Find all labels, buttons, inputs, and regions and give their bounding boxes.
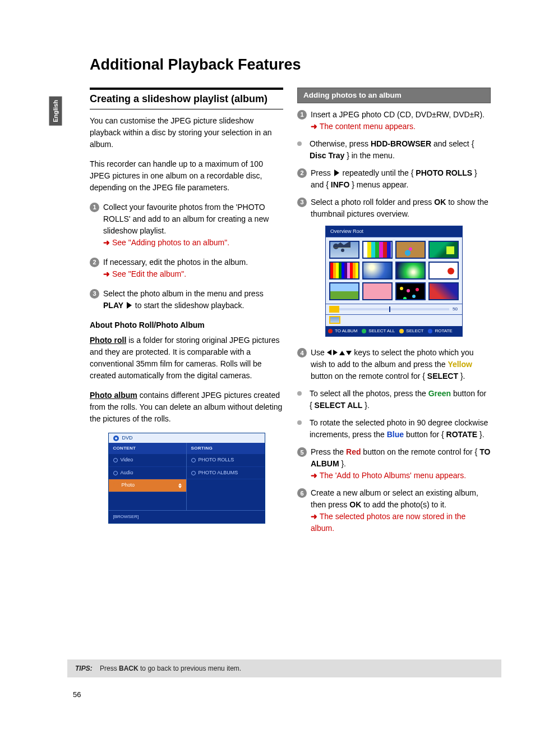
ok-label: OK	[434, 198, 446, 207]
bullet-icon	[297, 391, 302, 396]
thumbnail[interactable]	[395, 282, 426, 300]
red-dot-icon	[328, 329, 333, 333]
step-3-text-b: to start the slideshow playback.	[133, 301, 244, 310]
r-bullet-otherwise: Otherwise, press HDD-BROWSER and select …	[297, 138, 491, 162]
thumbnail[interactable]	[362, 241, 393, 259]
step-3-text-a: Select the photo album in the menu and p…	[103, 289, 264, 298]
photo-roll-label: Photo roll	[90, 336, 126, 345]
menu-row-video[interactable]: Video	[109, 454, 186, 467]
step-1-text: Collect your favourite photos from the '…	[103, 203, 269, 235]
thumbnail[interactable]	[329, 262, 359, 280]
intro-paragraph-1: You can customise the JPEG picture slide…	[90, 115, 283, 150]
back-label: BACK	[119, 665, 139, 672]
select-label: SELECT	[427, 372, 458, 381]
overview-selected-strip	[326, 314, 462, 326]
thumbnail[interactable]	[329, 241, 359, 259]
ok-label: OK	[349, 500, 361, 509]
intro-paragraph-2: This recorder can handle up to a maximum…	[90, 158, 283, 194]
overview-legend: TO ALBUM SELECT ALL SELECT ROTATE	[326, 326, 462, 336]
play-label: PLAY	[103, 301, 123, 310]
step-number-icon: 3	[90, 289, 99, 299]
blue-dot-icon	[428, 329, 432, 333]
bullet-icon	[297, 141, 302, 146]
r-step-2: 2 Press repeatedly until the { PHOTO ROL…	[297, 167, 491, 191]
menu-row-photo[interactable]: Photo	[109, 479, 186, 492]
content-column-header: CONTENT	[109, 443, 186, 454]
r-step-5-sub: The 'Add to Photo Albums' menu appears.	[320, 471, 466, 480]
selected-thumbnail	[329, 316, 340, 324]
step-number-icon: 2	[90, 258, 99, 267]
overview-count: 50	[451, 306, 459, 313]
play-icon	[127, 302, 132, 309]
r-step-6: 6 Create a new album or select an existi…	[297, 487, 491, 534]
dvd-content-menu: DVD CONTENT Video Audio Photo SORTING PH…	[108, 433, 265, 524]
sorting-column-header: SORTING	[187, 443, 265, 454]
photo-icon	[113, 483, 119, 488]
photo-roll-paragraph: Photo roll is a folder for storing origi…	[90, 335, 283, 382]
step-number-icon: 6	[297, 488, 307, 498]
dvd-header: DVD	[109, 433, 265, 443]
red-button-label: Red	[346, 447, 361, 456]
r-step-3: 3 Select a photo roll folder and press O…	[297, 196, 491, 220]
yellow-dot-icon	[399, 329, 404, 333]
photo-album-label: Photo album	[90, 391, 137, 400]
thumbnail[interactable]	[362, 262, 393, 280]
thumbnail[interactable]	[329, 282, 359, 300]
thumbnail[interactable]	[395, 241, 426, 259]
hdd-browser-label: HDD-BROWSER	[371, 139, 431, 148]
step-3: 3 Select the photo album in the menu and…	[90, 288, 283, 311]
subsection-banner: Adding photos to an album	[297, 88, 491, 103]
scroll-arrows-icon	[178, 483, 182, 488]
step-number-icon: 2	[297, 168, 307, 178]
menu-row-audio[interactable]: Audio	[109, 467, 186, 480]
step-number-icon: 5	[297, 447, 307, 457]
r-bullet-selectall: To select all the photos, press the Gree…	[297, 388, 491, 411]
green-dot-icon	[362, 329, 366, 333]
r-step-1-sub: The content menu appears.	[320, 122, 416, 131]
r-step-6-sub: The selected photos are now stored in th…	[311, 512, 465, 533]
thumbnail[interactable]	[362, 282, 393, 300]
menu-row-photo-rolls[interactable]: PHOTO ROLLS	[187, 454, 265, 467]
r-step-1: 1 Insert a JPEG photo CD (CD, DVD±RW, DV…	[297, 109, 491, 132]
bullet-icon	[297, 420, 302, 425]
step-number-icon: 1	[297, 110, 307, 120]
thumbnail[interactable]	[395, 262, 426, 280]
page-number: 56	[73, 689, 81, 700]
disc-tray-label: Disc Tray	[310, 151, 344, 160]
step-number-icon: 1	[90, 203, 99, 212]
menu-row-photo-albums[interactable]: PHOTO ALBUMS	[187, 467, 265, 480]
blue-button-label: Blue	[387, 430, 404, 439]
yellow-button-label: Yellow	[448, 360, 472, 369]
photo-rolls-label: PHOTO ROLLS	[416, 168, 472, 177]
dvd-footer: [BROWSER]	[109, 510, 265, 523]
r-step-4: 4 Use keys to select the photo which you…	[297, 347, 491, 382]
rotate-label: ROTATE	[446, 430, 477, 439]
page-title: Additional Playback Features	[73, 53, 501, 76]
content-columns: Creating a slideshow playlist (album) Yo…	[73, 88, 501, 540]
step-1: 1 Collect your favourite photos from the…	[90, 201, 283, 249]
left-column: Creating a slideshow playlist (album) Yo…	[90, 88, 283, 540]
step-number-icon: 4	[297, 348, 307, 358]
r-step-5: 5 Press the Red button on the remote con…	[297, 446, 491, 482]
section-heading-slideshow: Creating a slideshow playlist (album)	[90, 93, 283, 106]
thumbnail[interactable]	[428, 262, 459, 280]
r-step-1-text: Insert a JPEG photo CD (CD, DVD±RW, DVD±…	[311, 110, 485, 119]
overview-panel: Overview Root 50	[325, 226, 463, 337]
step-1-sub: See "Adding photos to an album".	[112, 238, 229, 247]
r-bullet-rotate: To rotate the selected photo in 90 degre…	[297, 417, 491, 441]
overview-scrollbar[interactable]: 50	[326, 304, 462, 314]
overview-title: Overview Root	[326, 226, 462, 238]
tips-footer: TIPS: Press BACK to go back to previous …	[67, 659, 501, 677]
disc-icon	[113, 436, 119, 441]
about-heading: About Photo Roll/Photo Album	[90, 320, 205, 329]
info-label: INFO	[331, 180, 349, 189]
photo-album-paragraph: Photo album contains different JPEG pict…	[90, 390, 283, 425]
step-2-text: If necessary, edit the photos in the alb…	[103, 258, 248, 267]
step-2-sub: See "Edit the album".	[112, 269, 186, 278]
right-column: Adding photos to an album 1 Insert a JPE…	[297, 88, 491, 540]
step-number-icon: 3	[297, 198, 307, 207]
thumbnail[interactable]	[428, 241, 459, 259]
nav-keys-icon	[327, 348, 352, 357]
tips-label: TIPS:	[75, 665, 93, 672]
thumbnail[interactable]	[428, 282, 459, 300]
